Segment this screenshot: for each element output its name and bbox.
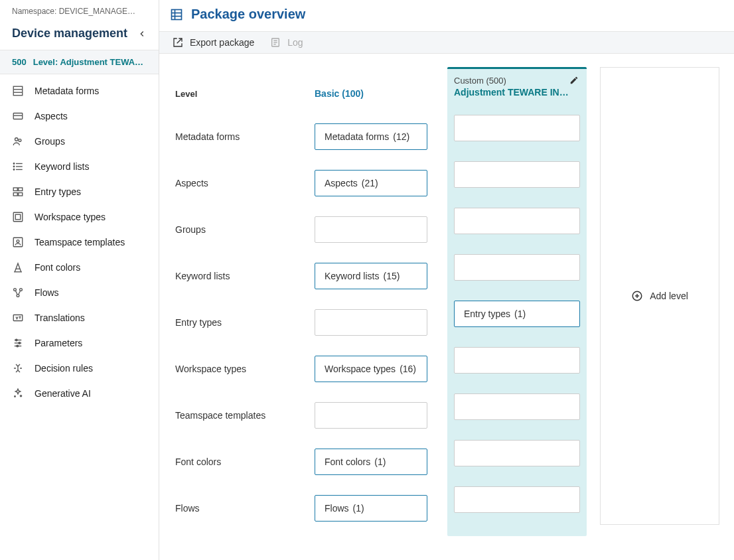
svg-point-11 <box>13 166 15 167</box>
font-icon <box>12 261 24 273</box>
sidebar: Namespace: DEVICE_MANAGE… Device managem… <box>0 0 159 560</box>
nav-label: Flows <box>35 287 59 298</box>
sidebar-item-parameters[interactable]: Parameters <box>0 330 159 356</box>
sidebar-item-entry-types[interactable]: Entry types <box>0 179 159 204</box>
flow-icon <box>12 287 24 299</box>
chevron-left-icon[interactable] <box>137 29 147 38</box>
add-level-button[interactable]: Add level <box>631 290 688 302</box>
export-icon <box>173 37 183 48</box>
basic-pill[interactable]: Workspace types(16) <box>315 356 427 382</box>
custom-name: Adjustment TEWARE IN… <box>454 87 580 98</box>
custom-pill[interactable]: Entry types(1) <box>454 301 580 327</box>
basic-pill[interactable]: Keyword lists(15) <box>315 263 427 289</box>
basic-pill <box>315 309 427 336</box>
nav-label: Generative AI <box>35 388 91 399</box>
decision-icon <box>12 362 24 374</box>
basic-cell: Aspects(21) <box>315 160 427 206</box>
svg-rect-16 <box>19 193 23 196</box>
custom-cell <box>454 244 580 291</box>
export-package-button[interactable]: Export package <box>173 37 254 48</box>
basic-cell <box>315 392 427 439</box>
custom-cell <box>454 198 580 244</box>
custom-pill <box>454 347 580 374</box>
row-label: Metadata forms <box>175 113 295 160</box>
sidebar-item-workspace-types[interactable]: Workspace types <box>0 204 159 230</box>
sidebar-item-font-colors[interactable]: Font colors <box>0 255 159 280</box>
translate-icon <box>12 312 24 324</box>
svg-point-32 <box>15 339 17 341</box>
custom-cell <box>454 337 580 384</box>
export-label: Export package <box>190 37 254 48</box>
basic-cell: Keyword lists(15) <box>315 253 427 299</box>
sidebar-item-generative-ai[interactable]: Generative AI <box>0 381 159 406</box>
nav-label: Workspace types <box>35 212 106 222</box>
entry-icon <box>12 186 24 198</box>
add-level-column[interactable]: Add level <box>600 67 719 525</box>
labels-column: LevelMetadata formsAspectsGroupsKeyword … <box>175 67 295 531</box>
basic-pill[interactable]: Aspects(21) <box>315 170 427 196</box>
basic-cell: Workspace types(16) <box>315 346 427 392</box>
card-icon <box>12 110 24 122</box>
nav-label: Font colors <box>35 262 80 273</box>
row-label: Keyword lists <box>175 253 295 299</box>
level-bar[interactable]: 500 Level: Adjustment TEWA… <box>0 50 159 74</box>
nav-label: Decision rules <box>35 363 93 374</box>
group-icon <box>12 135 24 147</box>
custom-pill <box>454 161 580 188</box>
sidebar-item-groups[interactable]: Groups <box>0 129 159 154</box>
sidebar-item-keyword-lists[interactable]: Keyword lists <box>0 154 159 179</box>
nav-label: Aspects <box>35 111 68 121</box>
basic-cell <box>315 206 427 253</box>
sidebar-item-flows[interactable]: Flows <box>0 280 159 305</box>
svg-rect-13 <box>13 188 17 191</box>
sidebar-item-aspects[interactable]: Aspects <box>0 104 159 129</box>
basic-header-cell: Basic (100) <box>315 67 427 113</box>
sidebar-item-translations[interactable]: Translations <box>0 305 159 330</box>
svg-point-6 <box>19 139 21 142</box>
custom-sublabel: Custom (500) <box>454 76 580 86</box>
svg-point-34 <box>17 345 19 347</box>
sidebar-item-teamspace-templates[interactable]: Teamspace templates <box>0 230 159 255</box>
custom-pill <box>454 393 580 420</box>
custom-pill <box>454 440 580 466</box>
row-label: Groups <box>175 206 295 253</box>
custom-cell <box>454 430 580 476</box>
basic-cell <box>315 299 427 346</box>
sidebar-item-metadata-forms[interactable]: Metadata forms <box>0 78 159 104</box>
param-icon <box>12 337 24 349</box>
workspace-icon <box>12 211 24 223</box>
row-label: Font colors <box>175 439 295 485</box>
pencil-icon[interactable] <box>569 76 579 85</box>
custom-pill <box>454 486 580 513</box>
toolbar: Export package Log <box>159 31 734 54</box>
row-label: Entry types <box>175 299 295 346</box>
sidebar-item-decision-rules[interactable]: Decision rules <box>0 356 159 381</box>
basic-column: Basic (100)Metadata forms(12)Aspects(21)… <box>308 67 434 531</box>
overview-grid: LevelMetadata formsAspectsGroupsKeyword … <box>175 67 718 536</box>
basic-pill[interactable]: Flows(1) <box>315 495 427 522</box>
list-icon <box>12 161 24 173</box>
basic-pill[interactable]: Font colors(1) <box>315 449 427 475</box>
basic-cell: Font colors(1) <box>315 439 427 485</box>
nav-label: Parameters <box>35 338 82 348</box>
main-area: Package overview Export package Log Leve… <box>159 0 734 560</box>
package-icon <box>170 8 183 21</box>
teamspace-icon <box>12 236 24 248</box>
custom-cell <box>454 151 580 198</box>
table-icon <box>12 85 24 97</box>
custom-cell <box>454 384 580 430</box>
svg-point-5 <box>15 138 19 141</box>
row-label: Teamspace templates <box>175 392 295 439</box>
content: LevelMetadata formsAspectsGroupsKeyword … <box>159 54 734 560</box>
svg-point-37 <box>15 396 16 397</box>
row-label: Workspace types <box>175 346 295 392</box>
basic-cell: Metadata forms(12) <box>315 113 427 160</box>
custom-pill <box>454 115 580 141</box>
svg-rect-0 <box>13 86 23 96</box>
basic-pill[interactable]: Metadata forms(12) <box>315 123 427 150</box>
nav-list: Metadata formsAspectsGroupsKeyword lists… <box>0 74 159 410</box>
nav-label: Translations <box>35 313 85 323</box>
log-label: Log <box>287 37 303 48</box>
log-button: Log <box>270 37 303 48</box>
nav-label: Teamspace templates <box>35 237 125 247</box>
